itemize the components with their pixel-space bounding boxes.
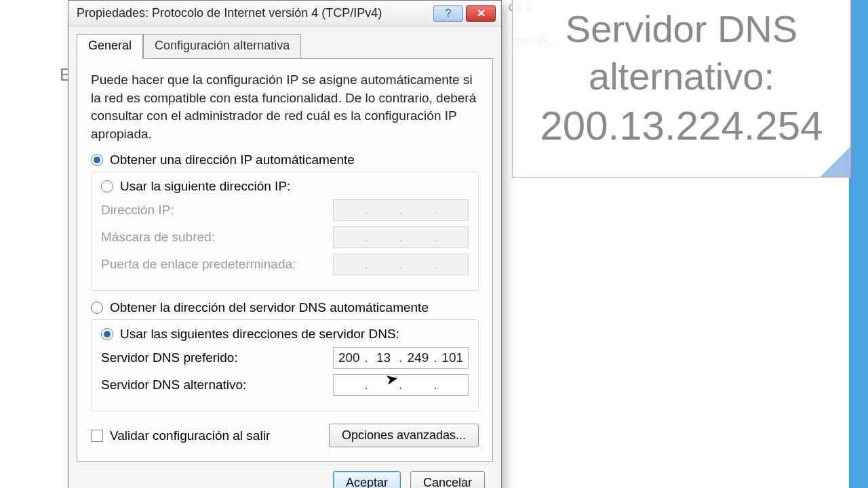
dns-alt-label: Servidor DNS alternativo: [101,378,333,392]
dns-pref-oct-a: 200 [335,350,363,365]
note-line2: alternativo: [589,53,774,100]
dns-pref-oct-b: 13 [370,350,398,365]
desktop-strip [849,0,868,488]
ip-manual-group: Usar la siguiente dirección IP: Direcció… [91,171,479,291]
close-icon: ✕ [477,7,486,20]
radio-dns-auto-label: Obtener la dirección del servidor DNS au… [110,300,429,315]
radio-ip-auto[interactable]: Obtener una dirección IP automáticamente [91,152,479,167]
note-line1: Servidor DNS [566,5,797,53]
gateway-label: Puerta de enlace predeterminada: [101,257,333,272]
note-ip: 200.13.224.254 [540,100,823,151]
advanced-button[interactable]: Opciones avanzadas... [329,424,479,447]
ok-button-label: Aceptar [346,476,388,488]
radio-icon [91,302,103,314]
ip-address-input: ... [333,199,469,221]
radio-ip-auto-label: Obtener una dirección IP automáticamente [110,152,355,167]
description-text: Puede hacer que la configuración IP se a… [91,71,479,143]
help-button[interactable]: ? [433,5,463,22]
cancel-button-label: Cancelar [423,476,472,488]
help-icon: ? [446,7,452,20]
dns-pref-label: Servidor DNS preferido: [101,350,333,365]
radio-icon [101,180,113,192]
gateway-input: ... [333,253,469,275]
dns-manual-group: Usar las siguientes direcciones de servi… [91,319,479,411]
radio-ip-manual[interactable]: Usar la siguiente dirección IP: [101,179,469,194]
ipv4-properties-dialog: Propiedades: Protocolo de Internet versi… [68,0,502,488]
tab-general-label: General [88,39,132,52]
ip-address-label: Dirección IP: [101,203,333,218]
radio-icon [91,154,103,166]
ok-button[interactable]: Aceptar [333,471,401,488]
tab-general[interactable]: General [77,34,143,59]
validate-label: Validar configuración al salir [110,428,329,443]
tab-alt-config[interactable]: Configuración alternativa [143,34,301,59]
close-button[interactable]: ✕ [466,5,496,22]
radio-dns-auto[interactable]: Obtener la dirección del servidor DNS au… [91,300,479,315]
radio-dns-manual[interactable]: Usar las siguientes direcciones de servi… [101,327,469,342]
note-fold-icon [821,147,850,177]
cancel-button[interactable]: Cancelar [410,471,485,488]
tab-alt-label: Configuración alternativa [155,39,290,52]
radio-dns-manual-label: Usar las siguientes direcciones de servi… [120,327,399,342]
window-title: Propiedades: Protocolo de Internet versi… [77,6,431,20]
radio-icon [101,328,113,340]
general-panel: Puede hacer que la configuración IP se a… [77,58,493,462]
subnet-mask-input: ... [333,226,469,248]
overlay-note: Servidor DNS alternativo: 200.13.224.254 [512,0,851,178]
dns-pref-input[interactable]: 200. 13. 249. 101 [333,347,469,369]
advanced-button-label: Opciones avanzadas... [342,428,466,442]
dns-pref-oct-c: 249 [403,350,432,365]
tabstrip: General Configuración alternativa [77,34,493,59]
titlebar[interactable]: Propiedades: Protocolo de Internet versi… [68,1,501,26]
subnet-mask-label: Máscara de subred: [101,230,333,245]
validate-checkbox[interactable] [91,430,103,442]
radio-ip-manual-label: Usar la siguiente dirección IP: [120,179,290,194]
dns-pref-oct-d: 101 [438,350,467,365]
dns-alt-input[interactable]: ... [333,374,469,396]
